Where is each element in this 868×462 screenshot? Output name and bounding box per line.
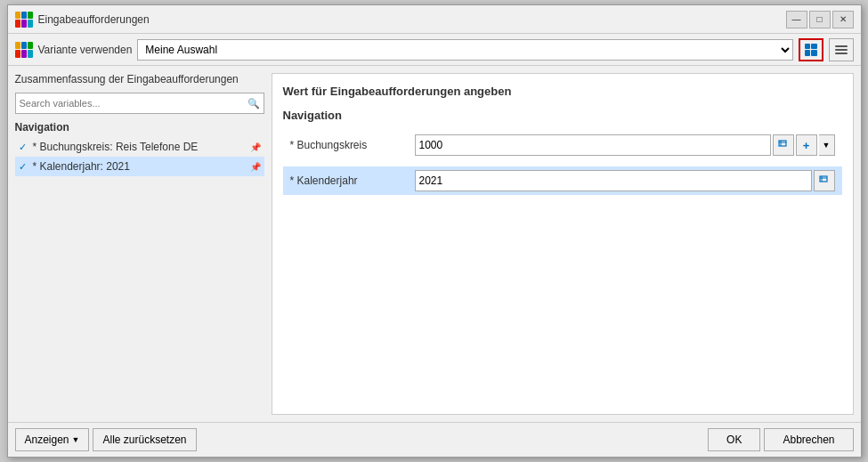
- nav-item-label: * Buchungskreis: Reis Telefone DE: [33, 141, 247, 153]
- left-panel-title: Zusammenfassung der Eingabeaufforderunge…: [15, 73, 264, 85]
- buchungskreis-label: * Buchungskreis: [290, 139, 415, 151]
- close-button[interactable]: ✕: [832, 11, 854, 28]
- form-row-buchungskreis: * Buchungskreis + ▼: [283, 131, 842, 159]
- dropdown-arrow-icon: ▼: [823, 141, 831, 150]
- maximize-button[interactable]: □: [809, 11, 831, 28]
- form-row-kalenderjahr: * Kalenderjahr: [283, 166, 842, 195]
- show-button[interactable]: Anzeigen ▼: [15, 428, 90, 451]
- cancel-button[interactable]: Abbrechen: [764, 428, 853, 451]
- ok-button[interactable]: OK: [708, 428, 760, 451]
- nav-check-icon-2: ✓: [19, 161, 29, 173]
- right-section-title: Navigation: [283, 109, 842, 122]
- buchungskreis-input[interactable]: [415, 134, 771, 156]
- search-icon: 🔍: [247, 98, 260, 109]
- save-variant-button[interactable]: [799, 38, 823, 61]
- app-icon: [15, 12, 33, 28]
- search-box: 🔍: [15, 93, 264, 114]
- show-label: Anzeigen: [25, 434, 69, 446]
- nav-item-label-2: * Kalenderjahr: 2021: [33, 160, 247, 173]
- main-window: Eingabeaufforderungen — □ ✕ Variante ver…: [7, 4, 862, 458]
- reset-button[interactable]: Alle zurücksetzen: [93, 428, 196, 451]
- toolbar: Variante verwenden Meine Auswahl: [8, 34, 861, 66]
- save-icon: [805, 44, 817, 56]
- nav-pin-icon-2: 📌: [250, 162, 261, 172]
- footer-left: Anzeigen ▼ Alle zurücksetzen: [15, 428, 197, 451]
- show-dropdown-arrow-icon: ▼: [72, 435, 80, 444]
- nav-section-title: Navigation: [15, 121, 264, 134]
- toolbar-app-icon: [15, 42, 33, 58]
- lookup-icon-2: [819, 175, 830, 186]
- lookup-icon: [778, 140, 789, 150]
- add-icon: +: [803, 139, 810, 152]
- title-bar-left: Eingabeaufforderungen: [15, 12, 150, 28]
- svg-rect-3: [820, 176, 827, 182]
- main-content: Zusammenfassung der Eingabeaufforderunge…: [8, 66, 861, 422]
- left-panel: Zusammenfassung der Eingabeaufforderunge…: [15, 73, 264, 415]
- svg-rect-0: [779, 141, 786, 146]
- minimize-button[interactable]: —: [786, 11, 807, 28]
- list-icon: [835, 45, 848, 54]
- nav-pin-icon: 📌: [250, 142, 261, 152]
- title-bar: Eingabeaufforderungen — □ ✕: [8, 5, 861, 34]
- kalenderjahr-lookup-button[interactable]: [814, 170, 835, 191]
- footer-right: OK Abbrechen: [708, 428, 853, 451]
- variant-select[interactable]: Meine Auswahl: [137, 39, 792, 61]
- window-title: Eingabeaufforderungen: [38, 13, 150, 26]
- variant-label: Variante verwenden: [38, 44, 133, 56]
- list-view-button[interactable]: [829, 38, 854, 61]
- search-input[interactable]: [20, 98, 247, 109]
- footer: Anzeigen ▼ Alle zurücksetzen OK Abbreche…: [8, 422, 861, 457]
- kalenderjahr-input-group: [415, 170, 835, 191]
- buchungskreis-add-button[interactable]: +: [796, 134, 817, 156]
- kalenderjahr-label: * Kalenderjahr: [290, 174, 415, 187]
- buchungskreis-lookup-button[interactable]: [773, 134, 794, 156]
- kalenderjahr-input[interactable]: [415, 170, 812, 191]
- nav-item-selected[interactable]: ✓ * Kalenderjahr: 2021 📌: [15, 157, 264, 176]
- right-panel-header: Wert für Eingabeaufforderungen angeben: [283, 85, 842, 98]
- nav-item[interactable]: ✓ * Buchungskreis: Reis Telefone DE 📌: [15, 137, 264, 157]
- buchungskreis-input-group: + ▼: [415, 134, 835, 156]
- nav-section: Navigation ✓ * Buchungskreis: Reis Telef…: [15, 121, 264, 176]
- window-controls: — □ ✕: [786, 11, 854, 28]
- buchungskreis-dropdown-button[interactable]: ▼: [819, 134, 835, 156]
- nav-check-icon: ✓: [19, 142, 29, 153]
- reset-label: Alle zurücksetzen: [102, 434, 186, 446]
- right-panel: Wert für Eingabeaufforderungen angeben N…: [272, 73, 854, 415]
